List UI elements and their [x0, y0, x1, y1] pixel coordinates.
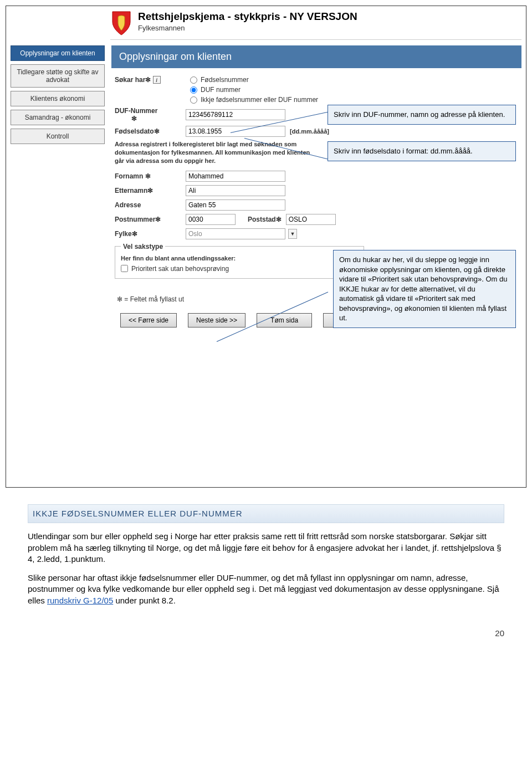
callout-sakstype: Om du hukar av her, vil du sleppe og leg…	[333, 250, 516, 328]
next-button[interactable]: Neste side >>	[188, 313, 245, 327]
info-icon[interactable]: i	[153, 76, 161, 84]
duf-input[interactable]	[186, 109, 285, 120]
sidebar-item-tidlegare[interactable]: Tidlegare støtte og skifte av advokat	[11, 64, 105, 88]
callout-duf: Skriv inn DUF-nummer, namn og adresse på…	[328, 105, 516, 125]
page-subtitle: Fylkesmannen	[138, 24, 357, 32]
prioritert-checkbox[interactable]	[121, 265, 128, 272]
app-frame: Rettshjelpskjema - stykkpris - NY VERSJO…	[6, 6, 526, 488]
fylke-label: Fylke	[115, 230, 132, 238]
sidebar: Opplysningar om klienten Tidlegare støtt…	[11, 45, 105, 333]
adresse-label: Adresse	[115, 201, 141, 209]
vel-legend: Vel sakstype	[121, 243, 165, 250]
radio-duf[interactable]	[190, 86, 197, 94]
vel-sub: Her finn du blant anna utlendingssaker:	[121, 255, 358, 262]
rundskriv-link[interactable]: rundskriv G-12/05	[47, 596, 113, 605]
dob-label: Fødselsdato	[115, 127, 154, 135]
sidebar-item-samandrag[interactable]: Samandrag - økonomi	[11, 110, 105, 125]
radio-fn-label: Fødselsnummer	[201, 76, 249, 84]
page-title: Rettshjelpskjema - stykkpris - NY VERSJO…	[138, 11, 357, 23]
adresse-input[interactable]	[186, 199, 285, 211]
dob-hint: [dd.mm.åååå]	[290, 128, 329, 135]
doc-heading: IKKJE FØDSELSNUMMER ELLER DUF-NUMMER	[28, 504, 504, 523]
callout-dob: Skriv inn fødselsdato i format: dd.mm.åå…	[328, 141, 516, 161]
chevron-down-icon[interactable]: ▼	[288, 229, 297, 239]
page-number: 20	[0, 628, 504, 638]
etternamn-input[interactable]	[186, 185, 285, 196]
prioritert-label: Prioritert sak utan behovsprøving	[131, 265, 229, 273]
etternamn-label: Etternamn	[115, 187, 147, 195]
fylke-select[interactable]	[186, 228, 285, 239]
radio-none-label: Ikkje fødselsnummer eller DUF nummer	[201, 96, 318, 104]
poststad-label: Poststad	[248, 216, 276, 223]
prev-button[interactable]: << Førre side	[120, 313, 177, 327]
fornamn-input[interactable]	[186, 171, 285, 182]
radio-none[interactable]	[190, 96, 197, 104]
postnr-input[interactable]	[186, 214, 236, 225]
postnr-label: Postnummer	[115, 216, 155, 223]
doc-p2-b: under punkt 8.2.	[113, 596, 176, 605]
crest-icon	[110, 11, 132, 36]
header: Rettshjelpskjema - stykkpris - NY VERSJO…	[110, 11, 521, 40]
fornamn-label: Fornamn	[115, 172, 143, 180]
address-note: Adressa registrert i folkeregisteret bli…	[115, 140, 314, 165]
radio-duf-label: DUF nummer	[201, 86, 241, 94]
poststad-input[interactable]	[286, 214, 336, 225]
section-title: Opplysningar om klienten	[111, 45, 521, 68]
sidebar-item-okonomi[interactable]: Klientens økonomi	[11, 91, 105, 106]
document-body: IKKJE FØDSELSNUMMER ELLER DUF-NUMMER Utl…	[28, 504, 504, 606]
sokar-label: Søkar har	[115, 76, 145, 84]
radio-fodselsnummer[interactable]	[190, 76, 197, 84]
sidebar-item-kontroll[interactable]: Kontroll	[11, 129, 105, 144]
doc-paragraph-1: Utlendingar som bur eller oppheld seg i …	[28, 531, 504, 565]
duf-label: DUF-Nummer	[115, 107, 157, 115]
sidebar-item-klient[interactable]: Opplysningar om klienten	[11, 45, 105, 61]
sakstype-fieldset: Vel sakstype Her finn du blant anna utle…	[115, 243, 364, 279]
doc-paragraph-2: Slike personar har oftast ikkje fødselsn…	[28, 572, 504, 606]
